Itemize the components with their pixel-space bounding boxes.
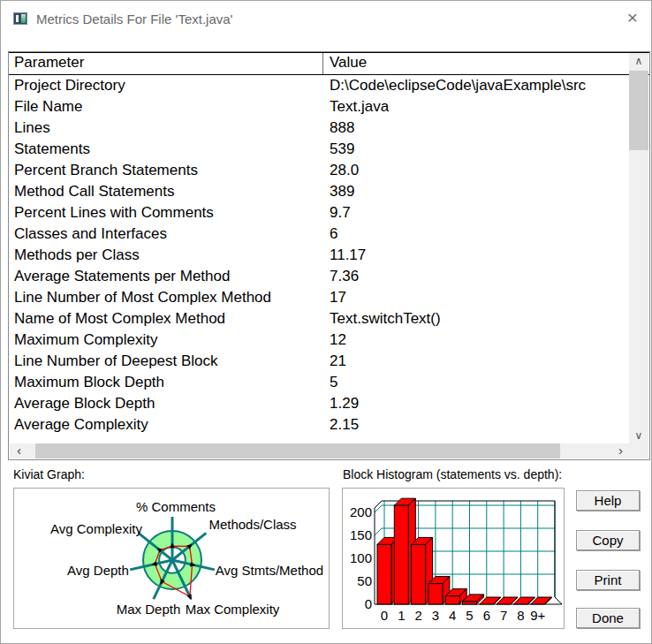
parameter-cell: Percent Branch Statements <box>9 160 322 181</box>
svg-text:200: 200 <box>350 504 372 519</box>
value-cell: 5 <box>322 372 630 393</box>
block-histogram-label: Block Histogram (statements vs. depth): <box>343 467 562 481</box>
value-cell: 389 <box>322 181 630 202</box>
parameter-cell: Average Complexity <box>9 414 322 436</box>
vertical-scrollbar-thumb[interactable] <box>629 71 648 150</box>
table-row[interactable]: Name of Most Complex Method Text.switchT… <box>9 308 630 330</box>
scroll-down-icon[interactable]: ∨ <box>629 428 648 443</box>
value-cell: 539 <box>322 139 630 160</box>
svg-text:Methods/Class: Methods/Class <box>208 517 296 532</box>
kiviat-graph-svg: % CommentsMethods/ClassAvg Stmts/MethodM… <box>14 489 329 628</box>
kiviat-graph: % CommentsMethods/ClassAvg Stmts/MethodM… <box>13 488 330 629</box>
table-row[interactable]: Average Block Depth 1.29 <box>9 393 630 414</box>
svg-text:4: 4 <box>449 608 456 623</box>
copy-button[interactable]: Copy <box>576 530 640 550</box>
table-row[interactable]: File Name Text.java <box>9 96 630 117</box>
value-cell: D:\Code\eclipseCode\javaExample\src <box>322 75 630 96</box>
svg-text:50: 50 <box>357 573 372 588</box>
value-cell: 9.7 <box>322 202 630 224</box>
svg-text:7: 7 <box>500 608 507 623</box>
value-cell: 2.15 <box>322 414 630 436</box>
scroll-left-icon[interactable]: ‹ <box>11 443 27 458</box>
table-row[interactable]: Methods per Class 11.17 <box>9 245 630 266</box>
svg-text:100: 100 <box>350 550 372 565</box>
value-cell: 7.36 <box>322 266 630 287</box>
table-header: Parameter Value <box>9 52 649 75</box>
table-row[interactable]: Project Directory D:\Code\eclipseCode\ja… <box>9 75 630 96</box>
parameter-cell: Lines <box>9 117 322 139</box>
parameter-cell: Line Number of Deepest Block <box>9 351 322 372</box>
column-header-value[interactable]: Value <box>322 53 649 74</box>
value-cell: Text.java <box>322 96 630 117</box>
block-histogram: 0501001502000123456789+ <box>342 488 565 629</box>
value-cell: 1.29 <box>322 393 630 414</box>
value-cell: 21 <box>322 351 630 372</box>
parameter-cell: File Name <box>9 96 322 117</box>
svg-text:Max Complexity: Max Complexity <box>186 602 280 617</box>
parameter-cell: Name of Most Complex Method <box>9 308 322 330</box>
table-row[interactable]: Method Call Statements 389 <box>9 181 630 202</box>
parameter-cell: Percent Lines with Comments <box>9 202 322 224</box>
help-button[interactable]: Help <box>576 490 640 511</box>
value-cell: 6 <box>322 224 630 245</box>
table-row[interactable]: Percent Branch Statements 28.0 <box>9 160 630 181</box>
parameter-cell: Statements <box>9 139 322 160</box>
block-histogram-svg: 0501001502000123456789+ <box>343 489 564 628</box>
svg-text:150: 150 <box>350 527 372 542</box>
svg-text:8: 8 <box>517 608 524 623</box>
parameter-cell: Methods per Class <box>9 245 322 266</box>
svg-text:9+: 9+ <box>530 608 545 623</box>
svg-text:Avg Stmts/Method: Avg Stmts/Method <box>216 563 323 578</box>
value-cell: 17 <box>322 287 630 308</box>
horizontal-scrollbar-thumb[interactable] <box>35 443 560 458</box>
svg-text:Max Depth: Max Depth <box>117 602 181 617</box>
svg-text:3: 3 <box>432 608 439 623</box>
parameter-cell: Classes and Interfaces <box>9 224 322 245</box>
table-row[interactable]: Average Complexity 2.15 <box>9 414 630 436</box>
column-header-parameter[interactable]: Parameter <box>9 53 322 74</box>
svg-text:Avg Depth: Avg Depth <box>67 563 129 578</box>
value-cell: 12 <box>322 330 630 351</box>
parameter-cell: Method Call Statements <box>9 181 322 202</box>
value-cell: Text.switchText() <box>322 308 630 330</box>
print-button[interactable]: Print <box>576 570 640 590</box>
scroll-right-icon[interactable]: › <box>613 443 628 458</box>
parameter-cell: Line Number of Most Complex Method <box>9 287 322 308</box>
svg-text:0: 0 <box>365 596 372 611</box>
parameter-cell: Average Block Depth <box>9 393 322 414</box>
svg-text:6: 6 <box>483 608 490 623</box>
parameter-cell: Maximum Block Depth <box>9 372 322 393</box>
window-title: Metrics Details For File 'Text.java' <box>36 11 232 27</box>
table-body: Project Directory D:\Code\eclipseCode\ja… <box>9 75 630 436</box>
svg-text:Avg Complexity: Avg Complexity <box>50 521 142 536</box>
table-row[interactable]: Classes and Interfaces 6 <box>9 224 630 245</box>
table-row[interactable]: Line Number of Deepest Block 21 <box>9 351 630 372</box>
table-row[interactable]: Line Number of Most Complex Method 17 <box>9 287 630 308</box>
scroll-up-icon[interactable]: ∧ <box>629 54 648 69</box>
parameter-cell: Maximum Complexity <box>9 330 322 351</box>
titlebar[interactable]: Metrics Details For File 'Text.java' × <box>1 1 651 40</box>
vertical-scrollbar[interactable]: ∧ ∨ <box>629 53 648 444</box>
svg-text:% Comments: % Comments <box>136 499 216 514</box>
table-row[interactable]: Lines 888 <box>9 117 630 139</box>
table-row[interactable]: Statements 539 <box>9 139 630 160</box>
table-row[interactable]: Average Statements per Method 7.36 <box>9 266 630 287</box>
value-cell: 888 <box>322 117 630 139</box>
svg-text:2: 2 <box>414 608 421 623</box>
kiviat-graph-label: Kiviat Graph: <box>13 467 85 481</box>
close-icon[interactable]: × <box>619 6 646 31</box>
value-cell: 28.0 <box>322 160 630 181</box>
table-row[interactable]: Maximum Complexity 12 <box>9 330 630 351</box>
metrics-table: Parameter Value Project Directory D:\Cod… <box>8 51 650 460</box>
done-button[interactable]: Done <box>576 608 640 628</box>
app-icon <box>13 12 27 25</box>
table-row[interactable]: Maximum Block Depth 5 <box>9 372 630 393</box>
horizontal-scrollbar[interactable]: ‹ › <box>10 443 630 458</box>
scrollbar-corner <box>629 443 648 458</box>
parameter-cell: Project Directory <box>9 75 322 96</box>
table-row[interactable]: Percent Lines with Comments 9.7 <box>9 202 630 224</box>
metrics-details-dialog: Metrics Details For File 'Text.java' × P… <box>0 0 652 644</box>
parameter-cell: Average Statements per Method <box>9 266 322 287</box>
svg-text:0: 0 <box>381 608 388 623</box>
value-cell: 11.17 <box>322 245 630 266</box>
